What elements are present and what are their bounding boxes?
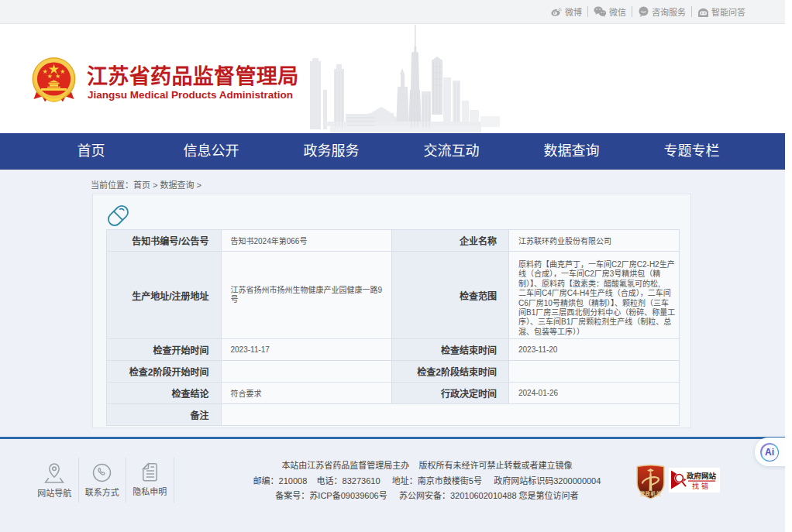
svg-text:党政机关: 党政机关 [640,490,662,497]
svg-text:政府网站: 政府网站 [687,472,717,480]
svg-text:找错: 找错 [692,482,711,490]
